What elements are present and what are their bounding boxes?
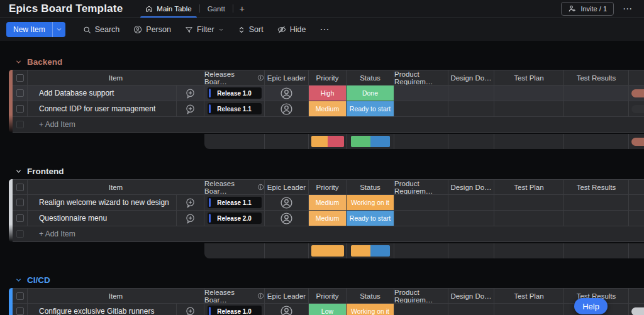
select-all-checkbox[interactable] <box>16 184 24 191</box>
column-header-test-plan[interactable]: Test Plan <box>494 180 564 194</box>
tab-gantt[interactable]: Gantt <box>200 0 233 18</box>
add-update-cell[interactable] <box>177 304 204 315</box>
row-checkbox[interactable] <box>16 89 24 97</box>
item-cell[interactable]: Connect IDP for user management <box>28 101 177 116</box>
help-button[interactable]: Help <box>574 298 608 314</box>
search-button[interactable]: Search <box>77 22 126 37</box>
epic-leader-cell[interactable] <box>265 304 309 315</box>
select-all-checkbox[interactable] <box>16 292 24 300</box>
design-doc-cell[interactable] <box>448 86 494 101</box>
product-requirements-cell[interactable] <box>394 304 448 315</box>
column-header-epic-leader[interactable]: Epic Leader <box>265 289 309 303</box>
row-checkbox[interactable] <box>16 199 24 206</box>
item-cell[interactable]: Add Database support <box>28 86 177 101</box>
item-cell[interactable]: Realign welcome wizard to new design <box>28 195 177 210</box>
test-plan-cell[interactable] <box>494 211 564 226</box>
column-header-item[interactable]: Item <box>28 180 204 194</box>
item-cell[interactable]: Configure exclusive Gitlab runners <box>28 304 177 315</box>
column-header-item[interactable]: Item <box>28 70 204 85</box>
column-header-priority[interactable]: Priority <box>309 180 347 194</box>
item-cell[interactable]: Questionnaire menu <box>28 211 177 226</box>
epic-leader-cell[interactable] <box>265 86 309 101</box>
status-cell[interactable]: Ready to start <box>347 211 394 226</box>
chevron-down-icon[interactable] <box>52 22 65 37</box>
invite-button[interactable]: Invite / 1 <box>561 2 614 16</box>
add-item-label[interactable]: + Add Item <box>28 117 75 132</box>
add-update-cell[interactable] <box>177 86 204 101</box>
column-header-test-results[interactable]: Test Results <box>564 70 629 85</box>
sort-button[interactable]: Sort <box>231 22 270 37</box>
column-header-releases[interactable]: Releases Boar… <box>204 70 265 85</box>
column-header-status[interactable]: Status <box>347 70 394 85</box>
design-doc-cell[interactable] <box>448 211 494 226</box>
column-header-epic-leader[interactable]: Epic Leader <box>265 180 309 194</box>
test-plan-cell[interactable] <box>494 304 564 315</box>
add-view-button[interactable]: + <box>233 0 251 18</box>
column-header-epic-leader[interactable]: Epic Leader <box>265 70 309 85</box>
status-cell[interactable]: Done <box>347 86 394 101</box>
group-header[interactable]: CI/CD <box>9 272 644 288</box>
toolbar-more-icon[interactable]: ⋯ <box>313 24 336 35</box>
design-doc-cell[interactable] <box>448 101 494 116</box>
select-all-checkbox[interactable] <box>16 74 24 82</box>
status-cell[interactable]: Working on it <box>347 304 394 315</box>
test-results-cell[interactable] <box>564 101 629 116</box>
epic-leader-cell[interactable] <box>265 195 309 210</box>
hide-button[interactable]: Hide <box>271 22 313 37</box>
design-doc-cell[interactable] <box>448 195 494 210</box>
add-update-cell[interactable] <box>177 195 204 210</box>
column-header-status[interactable]: Status <box>347 180 394 194</box>
priority-cell[interactable]: Medium <box>309 101 347 116</box>
column-header-releases[interactable]: Releases Boar… <box>204 180 265 194</box>
row-checkbox[interactable] <box>16 214 24 222</box>
add-item-label[interactable]: + Add Item <box>28 226 75 241</box>
add-item-row[interactable]: + Add Item <box>13 117 644 133</box>
column-header-item[interactable]: Item <box>28 289 204 303</box>
group-header[interactable]: Frontend <box>9 163 644 179</box>
release-cell[interactable]: Release 1.1 <box>204 195 265 210</box>
test-plan-cell[interactable] <box>494 86 564 101</box>
chevron-down-icon[interactable] <box>218 27 224 33</box>
release-cell[interactable]: Release 1.0 <box>204 304 265 315</box>
column-header-releases[interactable]: Releases Boar… <box>204 289 265 303</box>
status-cell[interactable]: Ready to start <box>347 101 394 116</box>
column-header-test-plan[interactable]: Test Plan <box>494 289 564 303</box>
new-item-label[interactable]: New Item <box>6 22 52 37</box>
add-update-cell[interactable] <box>177 101 204 116</box>
release-cell[interactable]: Release 1.1 <box>204 101 265 116</box>
priority-cell[interactable]: High <box>309 86 347 101</box>
column-header-product-requirements[interactable]: Product Requirem… <box>394 289 448 303</box>
test-results-cell[interactable] <box>564 195 629 210</box>
product-requirements-cell[interactable] <box>394 86 448 101</box>
add-update-cell[interactable] <box>177 211 204 226</box>
test-results-cell[interactable] <box>564 86 629 101</box>
product-requirements-cell[interactable] <box>394 101 448 116</box>
new-item-button[interactable]: New Item <box>6 22 65 37</box>
row-checkbox[interactable] <box>16 105 24 113</box>
release-cell[interactable]: Release 1.0 <box>204 86 265 101</box>
priority-cell[interactable]: Medium <box>309 211 347 226</box>
priority-cell[interactable]: Medium <box>309 195 347 210</box>
row-checkbox[interactable] <box>16 307 24 315</box>
test-plan-cell[interactable] <box>494 101 564 116</box>
epic-leader-cell[interactable] <box>265 211 309 226</box>
add-item-row[interactable]: + Add Item <box>13 226 644 242</box>
column-header-design-doc[interactable]: Design Do… <box>448 289 494 303</box>
column-header-product-requirements[interactable]: Product Requirem… <box>394 180 448 194</box>
column-header-design-doc[interactable]: Design Do… <box>448 180 494 194</box>
column-header-priority[interactable]: Priority <box>309 289 347 303</box>
test-plan-cell[interactable] <box>494 195 564 210</box>
status-cell[interactable]: Working on it <box>347 195 394 210</box>
column-header-design-doc[interactable]: Design Do… <box>448 70 494 85</box>
column-header-priority[interactable]: Priority <box>309 70 347 85</box>
release-cell[interactable]: Release 2.0 <box>204 211 265 226</box>
test-results-cell[interactable] <box>564 211 629 226</box>
priority-cell[interactable]: Low <box>309 304 347 315</box>
tab-main-table[interactable]: Main Table <box>138 0 199 18</box>
product-requirements-cell[interactable] <box>394 211 448 226</box>
board-menu-icon[interactable]: ⋯ <box>620 3 635 14</box>
design-doc-cell[interactable] <box>448 304 494 315</box>
column-header-product-requirements[interactable]: Product Requirem… <box>394 70 448 85</box>
column-header-status[interactable]: Status <box>347 289 394 303</box>
filter-button[interactable]: Filter <box>179 22 230 37</box>
